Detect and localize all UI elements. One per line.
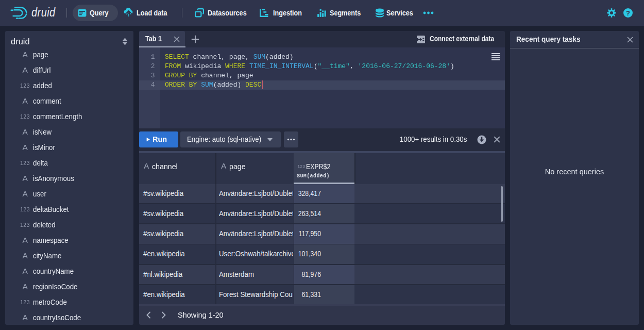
- svg-text:?: ?: [626, 9, 630, 17]
